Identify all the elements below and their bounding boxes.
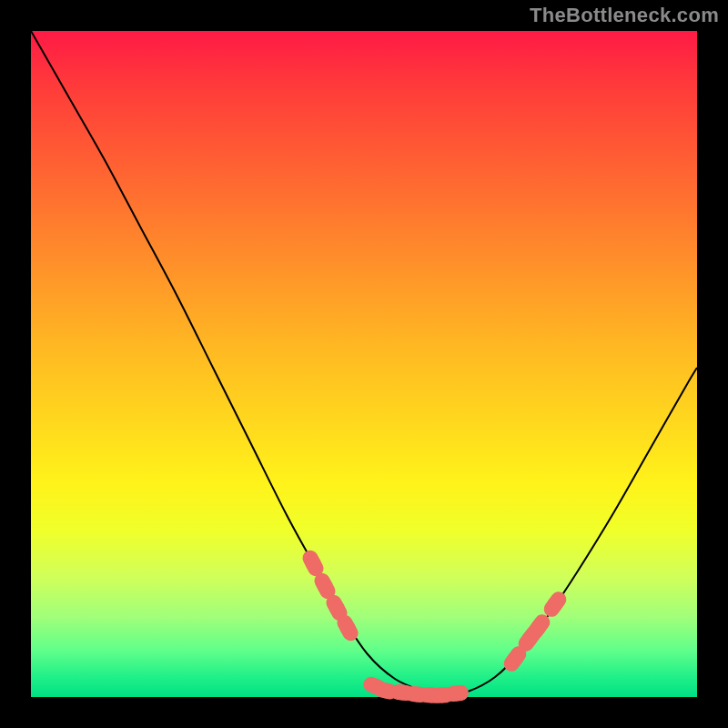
chart-frame: TheBottleneck.com [0,0,728,728]
marker-cap [340,621,356,636]
chart-svg [31,31,697,697]
marker-cap [306,556,321,571]
marker-cap [329,601,345,616]
marker-cap [531,620,547,635]
bottleneck-curve [31,31,697,695]
marker-cap [508,652,523,667]
marker-cap [450,686,465,702]
marker-cap [548,597,563,612]
curve-group [31,31,697,695]
marker-cap [318,579,333,594]
markers-right [500,589,569,674]
markers-left [300,548,361,643]
watermark-text: TheBottleneck.com [530,4,719,27]
markers-valley [361,674,470,703]
plot-area [31,31,697,697]
